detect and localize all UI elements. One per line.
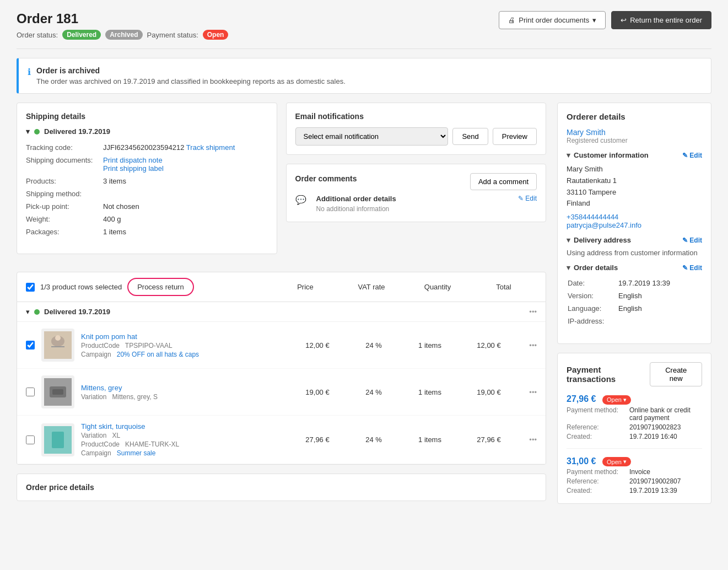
product-variation-3: Variation XL bbox=[81, 432, 283, 439]
chevron-icon: ▾ bbox=[567, 236, 570, 244]
group-delivery-date: Delivered 19.7.2019 bbox=[44, 308, 110, 316]
product-campaign-1: Campaign 20% OFF on all hats & caps bbox=[81, 351, 283, 358]
payment-card: Payment transactions Create new 27,96 € … bbox=[557, 353, 711, 504]
transaction-amount-1: 27,96 € bbox=[567, 394, 596, 404]
edit-icon: ✎ bbox=[518, 195, 524, 202]
orderer-title: Orderer details bbox=[567, 112, 702, 121]
group-header[interactable]: ▾ Delivered 19.7.2019 ••• bbox=[17, 302, 546, 322]
group-dot bbox=[34, 309, 40, 315]
customer-phone[interactable]: +358444444444 bbox=[567, 213, 702, 221]
customer-info-section: ▾ Customer information ✎ Edit Mary Smith… bbox=[567, 151, 702, 229]
product-checkbox-2[interactable] bbox=[26, 388, 35, 396]
products-label: Products: bbox=[26, 175, 103, 187]
delivery-address-label: Delivery address bbox=[574, 236, 631, 244]
return-icon: ↩ bbox=[621, 16, 627, 24]
product-qty-2: 1 items bbox=[402, 388, 457, 396]
open-badge: Open bbox=[203, 30, 229, 40]
comment-icon: 💬 bbox=[295, 195, 306, 205]
delivered-dot bbox=[34, 129, 40, 135]
customer-type: Registered customer bbox=[567, 137, 702, 144]
ip-label: IP-address: bbox=[568, 315, 617, 327]
product-actions-2[interactable]: ••• bbox=[520, 388, 537, 396]
table-row: Mittens, grey Variation Mittens, grey, S… bbox=[17, 369, 546, 416]
customer-info-edit-link[interactable]: ✎ Edit bbox=[682, 152, 702, 159]
selected-label: 1/3 product rows selected bbox=[40, 283, 122, 291]
comments-card: Order comments Add a comment 💬 Additiona… bbox=[286, 164, 547, 222]
method-value-1: Online bank or credit card payment bbox=[629, 406, 702, 422]
customer-info-label: Customer information bbox=[574, 151, 649, 159]
print-dispatch-link[interactable]: Print dispatch note bbox=[103, 156, 163, 164]
order-details-table: Date: 19.7.2019 13:39 Version: English L… bbox=[567, 276, 702, 328]
product-actions-1[interactable]: ••• bbox=[520, 341, 537, 349]
delivered-badge: Delivered bbox=[62, 30, 101, 40]
packages-value: 1 items bbox=[103, 225, 268, 238]
order-details-header[interactable]: ▾ Order details ✎ Edit bbox=[567, 264, 702, 272]
product-name-1[interactable]: Knit pom pom hat bbox=[81, 332, 283, 341]
svg-rect-6 bbox=[52, 389, 63, 395]
address-line4: Finland bbox=[567, 198, 702, 209]
comments-title: Order comments bbox=[295, 174, 357, 183]
product-campaign-3: Campaign Summer sale bbox=[81, 449, 283, 457]
additional-edit-link[interactable]: ✎ Edit bbox=[518, 195, 537, 202]
ref-value-2: 20190719002807 bbox=[629, 477, 681, 485]
payment-status-label: Payment status: bbox=[147, 31, 198, 39]
product-info-1: Knit pom pom hat ProductCode TPSPIPO-VAA… bbox=[81, 332, 283, 358]
delivery-address-header[interactable]: ▾ Delivery address ✎ Edit bbox=[567, 236, 702, 244]
group-chevron-icon: ▾ bbox=[26, 308, 30, 316]
product-table-container: 1/3 product rows selected Process return… bbox=[17, 272, 546, 465]
product-checkbox-1[interactable] bbox=[26, 341, 35, 349]
svg-rect-8 bbox=[52, 432, 64, 448]
return-entire-order-button[interactable]: ↩ Return the entire order bbox=[611, 11, 711, 29]
select-all-checkbox[interactable] bbox=[26, 283, 35, 292]
method-label-1: Payment method: bbox=[567, 406, 627, 422]
track-shipment-link[interactable]: Track shipment bbox=[186, 143, 235, 152]
edit-icon: ✎ bbox=[682, 236, 688, 244]
group-more-icon[interactable]: ••• bbox=[529, 308, 537, 316]
preview-button[interactable]: Preview bbox=[493, 128, 537, 145]
tracking-code-value: JJFI62345620023594212 bbox=[103, 143, 184, 152]
product-actions-3[interactable]: ••• bbox=[520, 435, 537, 444]
edit-icon: ✎ bbox=[682, 264, 688, 272]
process-return-button[interactable]: Process return bbox=[127, 278, 194, 296]
product-image-3 bbox=[41, 423, 74, 456]
email-title: Email notifications bbox=[295, 112, 537, 121]
ref-value-1: 20190719002823 bbox=[629, 423, 681, 431]
print-order-documents-button[interactable]: 🖨 Print order documents ▾ bbox=[499, 11, 606, 29]
customer-address: Mary Smith Rautatienkatu 1 33110 Tampere… bbox=[567, 164, 702, 209]
delivery-date-label: Delivered 19.7.2019 bbox=[44, 127, 110, 136]
print-shipping-label-link[interactable]: Print shipping label bbox=[103, 164, 164, 173]
product-code-1: ProductCode TPSPIPO-VAAL bbox=[81, 342, 283, 349]
shipping-delivery-header[interactable]: ▾ Delivered 19.7.2019 bbox=[26, 127, 268, 136]
product-info-2: Mittens, grey Variation Mittens, grey, S bbox=[81, 384, 283, 401]
product-name-2[interactable]: Mittens, grey bbox=[81, 384, 283, 392]
product-image-1 bbox=[41, 329, 74, 362]
page-title: Order 181 bbox=[17, 11, 228, 26]
pickup-label: Pick-up point: bbox=[26, 200, 103, 213]
delivery-address-edit-link[interactable]: ✎ Edit bbox=[682, 236, 702, 244]
product-vat-1: 24 % bbox=[352, 341, 396, 349]
product-price-1: 12,00 € bbox=[290, 341, 345, 349]
customer-info-header[interactable]: ▾ Customer information ✎ Edit bbox=[567, 151, 702, 159]
add-comment-button[interactable]: Add a comment bbox=[470, 173, 537, 190]
address-line2: Rautatienkatu 1 bbox=[567, 175, 702, 187]
product-code-3: ProductCode KHAME-TURK-XL bbox=[81, 440, 283, 448]
customer-email[interactable]: patrycja@pulse247.info bbox=[567, 221, 702, 229]
pickup-value: Not chosen bbox=[103, 200, 268, 213]
product-table-header: 1/3 product rows selected Process return… bbox=[17, 272, 546, 302]
printer-icon: 🖨 bbox=[508, 16, 515, 24]
product-checkbox-3[interactable] bbox=[26, 435, 35, 444]
date-value: 19.7.2019 13:39 bbox=[618, 277, 701, 289]
edit-icon: ✎ bbox=[682, 152, 688, 159]
product-name-3[interactable]: Tight skirt, turquoise bbox=[81, 422, 283, 431]
order-details-label: Order details bbox=[574, 264, 618, 272]
version-value: English bbox=[618, 290, 701, 302]
product-qty-1: 1 items bbox=[402, 341, 457, 349]
send-button[interactable]: Send bbox=[452, 128, 488, 145]
create-new-button[interactable]: Create new bbox=[650, 362, 702, 386]
transaction-status-1: Open ▾ bbox=[602, 395, 631, 405]
customer-name[interactable]: Mary Smith bbox=[567, 128, 702, 137]
dropdown-icon: ▾ bbox=[623, 396, 627, 404]
transaction-amount-2: 31,00 € bbox=[567, 456, 596, 466]
order-details-edit-link[interactable]: ✎ Edit bbox=[682, 264, 702, 272]
email-notification-select[interactable]: Select email notification bbox=[295, 127, 449, 146]
